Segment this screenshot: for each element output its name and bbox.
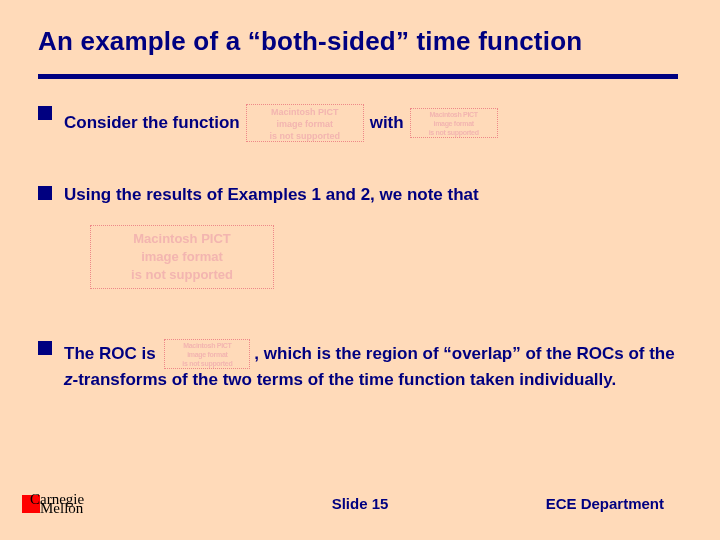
bullet-3-text-italic: z	[64, 370, 73, 389]
pict-placeholder-icon: Macintosh PICT image format is not suppo…	[246, 104, 364, 142]
slide-title: An example of a “both-sided” time functi…	[38, 26, 682, 57]
pict-placeholder-icon: Macintosh PICT image format is not suppo…	[90, 225, 274, 289]
content-area: Consider the function Macintosh PICT ima…	[38, 104, 678, 392]
slide: An example of a “both-sided” time functi…	[0, 0, 720, 540]
bullet-3-text-post-b: -transforms of the two terms of the time…	[73, 370, 617, 389]
pict-placeholder-icon: Macintosh PICT image format is not suppo…	[410, 108, 498, 138]
bullet-1-text-mid: with	[370, 112, 404, 135]
bullet-marker-icon	[38, 341, 52, 355]
bullet-3-text-post-a: , which is the region of “overlap” of th…	[254, 343, 674, 362]
bullet-2: Using the results of Examples 1 and 2, w…	[38, 184, 678, 207]
department-label: ECE Department	[546, 495, 664, 512]
bullet-1-text-pre: Consider the function	[64, 112, 240, 135]
bullet-marker-icon	[38, 186, 52, 200]
bullet-3-text-pre: The ROC is	[64, 343, 160, 362]
bullet-3: The ROC is Macintosh PICT image format i…	[38, 339, 678, 392]
bullet-1: Consider the function Macintosh PICT ima…	[38, 104, 678, 142]
footer: Carnegie Mellon Slide 15 ECE Department	[0, 480, 720, 520]
logo-line2: Mellon	[40, 502, 84, 514]
pict-placeholder-icon: Macintosh PICT image format is not suppo…	[164, 339, 250, 369]
title-underline	[38, 74, 678, 79]
bullet-marker-icon	[38, 106, 52, 120]
bullet-2-text: Using the results of Examples 1 and 2, w…	[64, 185, 479, 204]
